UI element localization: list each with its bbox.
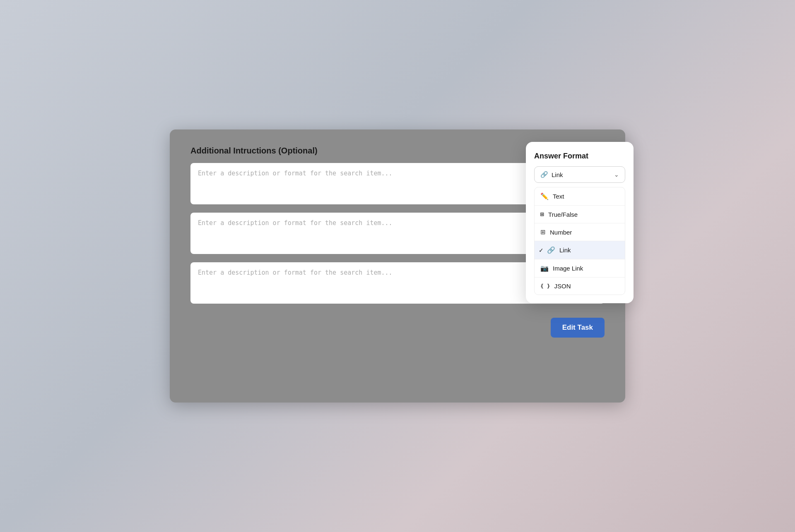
json-icon: { }: [540, 283, 550, 289]
panel-title: Answer Format: [534, 152, 625, 161]
dropdown-item-true-false[interactable]: ⊞ True/False: [535, 205, 625, 223]
selected-icon: 🔗: [540, 171, 548, 178]
dropdown-item-image-link[interactable]: 📷 Image Link: [535, 259, 625, 277]
text-icon: ✏️: [540, 192, 549, 200]
selected-label: Link: [552, 171, 563, 178]
image-link-icon: 📷: [540, 264, 549, 272]
text-label: Text: [553, 193, 564, 200]
dropdown-item-text[interactable]: ✏️ Text: [535, 187, 625, 205]
dropdown-item-number[interactable]: ⊞ Number: [535, 223, 625, 241]
link-icon: 🔗: [547, 246, 555, 254]
json-label: JSON: [554, 283, 571, 290]
true-false-label: True/False: [548, 211, 578, 218]
modal-container: Additional Intructions (Optional) Remove…: [170, 129, 625, 403]
checkmark-icon: ✓: [539, 247, 544, 254]
edit-task-button[interactable]: Edit Task: [551, 318, 605, 338]
dropdown-item-json[interactable]: { } JSON: [535, 277, 625, 295]
image-link-label: Image Link: [553, 265, 583, 272]
number-icon: ⊞: [540, 228, 546, 236]
dropdown-list: ✏️ Text ⊞ True/False ⊞ Number ✓ 🔗 Link: [534, 187, 625, 295]
selected-option-display: 🔗 Link: [540, 171, 563, 178]
bottom-bar: Edit Task: [190, 318, 605, 338]
chevron-down-icon: ⌄: [614, 171, 619, 178]
answer-format-dropdown-trigger[interactable]: 🔗 Link ⌄: [534, 166, 625, 183]
answer-format-panel: Answer Format 🔗 Link ⌄ ✏️ Text ⊞ True/Fa…: [526, 142, 634, 303]
link-label: Link: [559, 247, 571, 254]
number-label: Number: [550, 229, 572, 236]
dropdown-item-link[interactable]: ✓ 🔗 Link: [535, 241, 625, 259]
true-false-icon: ⊞: [540, 211, 544, 218]
